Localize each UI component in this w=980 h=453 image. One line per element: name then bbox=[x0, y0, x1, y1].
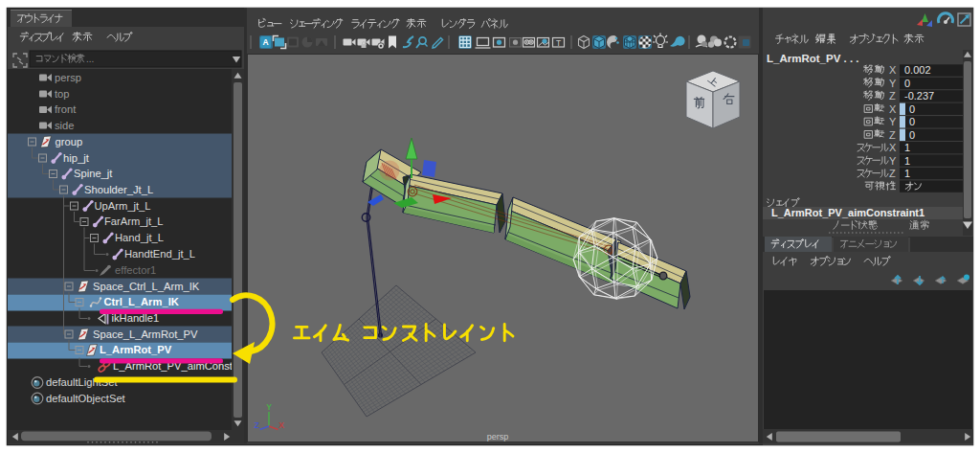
svg-text:X: X bbox=[889, 142, 897, 153]
svg-text:...: ... bbox=[86, 54, 94, 64]
svg-text:L_ArmRot_PV: L_ArmRot_PV bbox=[100, 344, 172, 355]
svg-text:hip_jt: hip_jt bbox=[63, 152, 90, 164]
svg-text:group: group bbox=[56, 136, 83, 147]
svg-text:ikHandle1: ikHandle1 bbox=[112, 312, 160, 324]
svg-text:Y: Y bbox=[889, 155, 897, 167]
svg-text:Z: Z bbox=[889, 129, 896, 141]
svg-text:Z: Z bbox=[889, 90, 896, 102]
svg-text:1: 1 bbox=[904, 168, 910, 179]
svg-text:0: 0 bbox=[904, 78, 910, 89]
svg-text:Shoulder_Jt_L: Shoulder_Jt_L bbox=[84, 184, 153, 195]
svg-text:Y: Y bbox=[266, 402, 272, 412]
svg-text:0: 0 bbox=[909, 103, 915, 115]
svg-text:defaultObjectSet: defaultObjectSet bbox=[46, 393, 126, 404]
svg-text:T: T bbox=[556, 38, 561, 48]
svg-text:HandtEnd_jt_L: HandtEnd_jt_L bbox=[124, 248, 195, 260]
svg-text:Y: Y bbox=[889, 78, 897, 89]
svg-text:Spine_jt: Spine_jt bbox=[74, 168, 113, 179]
svg-text:front: front bbox=[55, 103, 77, 115]
svg-text:top: top bbox=[55, 88, 70, 100]
svg-text:A: A bbox=[262, 37, 268, 47]
svg-text:side: side bbox=[55, 120, 75, 131]
svg-text:persp: persp bbox=[55, 72, 81, 83]
svg-text:0: 0 bbox=[909, 129, 915, 141]
svg-text:L_ArmRot_PV . . .: L_ArmRot_PV . . . bbox=[767, 53, 859, 64]
svg-text:0: 0 bbox=[909, 116, 915, 127]
svg-text:1: 1 bbox=[904, 142, 910, 153]
svg-text:X: X bbox=[889, 64, 897, 76]
svg-text:Z: Z bbox=[254, 420, 258, 430]
svg-text:X: X bbox=[278, 420, 284, 430]
svg-text:Hand_jt_L: Hand_jt_L bbox=[115, 232, 164, 243]
svg-text:X: X bbox=[889, 103, 897, 115]
svg-text:Y: Y bbox=[889, 116, 897, 127]
svg-text:FarArm_jt_L: FarArm_jt_L bbox=[104, 215, 164, 227]
svg-text:Ctrl_L_Arm_IK: Ctrl_L_Arm_IK bbox=[104, 296, 179, 307]
svg-text:0.002: 0.002 bbox=[904, 64, 931, 76]
svg-text:persp: persp bbox=[487, 432, 509, 442]
svg-text:-0.237: -0.237 bbox=[904, 90, 934, 102]
svg-text:UpArm_jt_L: UpArm_jt_L bbox=[95, 200, 151, 212]
svg-text:effector1: effector1 bbox=[115, 264, 156, 276]
svg-text:Space_L_ArmRot_PV: Space_L_ArmRot_PV bbox=[93, 328, 198, 340]
svg-text:L_ArmRot_PV_aimConstraint1: L_ArmRot_PV_aimConstraint1 bbox=[771, 207, 924, 218]
svg-text:Z: Z bbox=[889, 168, 896, 179]
svg-text:1: 1 bbox=[904, 155, 910, 167]
svg-text:Space_Ctrl_L_Arm_IK: Space_Ctrl_L_Arm_IK bbox=[93, 281, 200, 292]
